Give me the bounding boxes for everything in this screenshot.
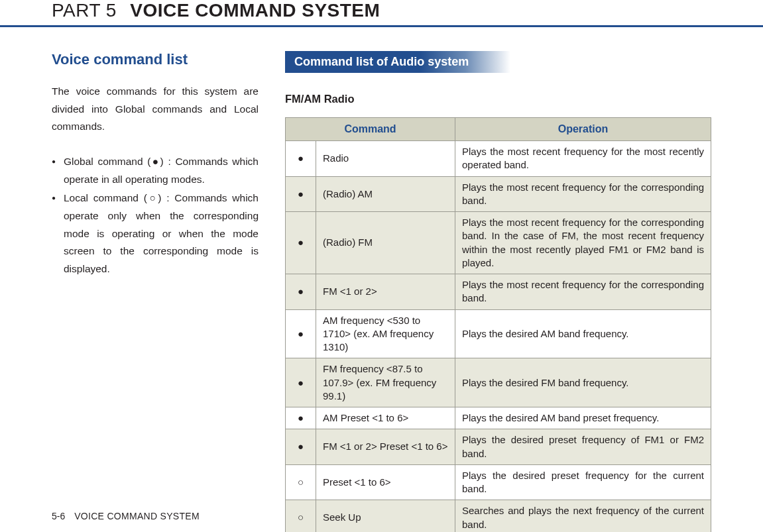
table-row: ● AM Preset <1 to 6> Plays the desired A… (286, 407, 711, 429)
operation-cell: Plays the desired preset frequency for t… (455, 464, 711, 500)
footer-section-name: VOICE COMMAND SYSTEM (74, 511, 200, 521)
table-row: ○ Preset <1 to 6> Plays the desired pres… (286, 464, 711, 500)
command-cell: (Radio) FM (316, 212, 455, 274)
table-title: FM/AM Radio (285, 93, 711, 105)
type-cell: ● (286, 176, 316, 212)
hollow-circle-icon: ○ (298, 476, 304, 488)
section-title: Voice command list (52, 51, 259, 68)
part-name: VOICE COMMAND SYSTEM (130, 0, 380, 21)
hollow-circle-icon: ○ (298, 511, 304, 523)
table-header-operation: Operation (455, 118, 711, 141)
command-cell: FM frequency <87.5 to 107.9> (ex. FM fre… (316, 358, 455, 407)
page-header: PART 5 VOICE COMMAND SYSTEM (0, 0, 763, 27)
type-cell: ● (286, 407, 316, 429)
table-row: ● (Radio) AM Plays the most recent frequ… (286, 176, 711, 212)
operation-cell: Plays the most recent frequency for the … (455, 176, 711, 212)
command-cell: Preset <1 to 6> (316, 464, 455, 500)
command-cell: AM frequency <530 to 1710> (ex. AM frequ… (316, 309, 455, 358)
page-title: PART 5 VOICE COMMAND SYSTEM (52, 0, 763, 21)
operation-cell: Plays the desired FM band frequency. (455, 358, 711, 407)
type-cell: ● (286, 309, 316, 358)
page-footer: 5-6 VOICE COMMAND SYSTEM (52, 511, 200, 521)
table-header-command: Command (286, 118, 455, 141)
filled-circle-icon: ● (298, 188, 304, 199)
filled-circle-icon: ● (298, 328, 304, 339)
type-cell: ● (286, 358, 316, 407)
command-cell: AM Preset <1 to 6> (316, 407, 455, 429)
table-row: ● FM <1 or 2> Preset <1 to 6> Plays the … (286, 429, 711, 465)
filled-circle-icon: ● (298, 441, 304, 452)
operation-cell: Plays the most recent frequency for the … (455, 274, 711, 310)
bullet-item-global: Global command (●) : Commands which oper… (52, 153, 259, 188)
intro-text: The voice commands for this system are d… (52, 83, 259, 136)
table-row: ○ Seek Up Searches and plays the next fr… (286, 500, 711, 532)
operation-cell: Plays the most recent frequency for the … (455, 141, 711, 177)
type-cell: ○ (286, 464, 316, 500)
operation-cell: Plays the desired AM band preset frequen… (455, 407, 711, 429)
content-columns: Voice command list The voice commands fo… (0, 51, 763, 532)
filled-circle-icon: ● (298, 237, 304, 248)
type-cell: ● (286, 212, 316, 274)
type-cell: ● (286, 274, 316, 310)
command-cell: FM <1 or 2> (316, 274, 455, 310)
type-cell: ● (286, 141, 316, 177)
operation-cell: Plays the most recent frequency for the … (455, 212, 711, 274)
operation-cell: Plays the desired AM band frequency. (455, 309, 711, 358)
filled-circle-icon: ● (298, 152, 304, 164)
filled-circle-icon: ● (298, 286, 304, 297)
subsection-banner: Command list of Audio system (285, 51, 510, 73)
table-row: ● FM frequency <87.5 to 107.9> (ex. FM f… (286, 358, 711, 407)
filled-circle-icon: ● (298, 377, 304, 388)
bullet-item-local: Local command (○) : Commands which opera… (52, 189, 259, 278)
filled-circle-icon: ● (298, 412, 304, 423)
operation-cell: Searches and plays the next frequency of… (455, 500, 711, 532)
bullet-list: Global command (●) : Commands which oper… (52, 153, 259, 278)
command-cell: Seek Up (316, 500, 455, 532)
table-row: ● Radio Plays the most recent frequency … (286, 141, 711, 177)
table-row: ● AM frequency <530 to 1710> (ex. AM fre… (286, 309, 711, 358)
page-number: 5-6 (52, 511, 65, 521)
part-label: PART 5 (52, 0, 117, 21)
command-cell: Radio (316, 141, 455, 177)
type-cell: ● (286, 429, 316, 465)
table-row: ● (Radio) FM Plays the most recent frequ… (286, 212, 711, 274)
command-cell: (Radio) AM (316, 176, 455, 212)
right-column: Command list of Audio system FM/AM Radio… (285, 51, 711, 532)
left-column: Voice command list The voice commands fo… (52, 51, 259, 532)
command-cell: FM <1 or 2> Preset <1 to 6> (316, 429, 455, 465)
operation-cell: Plays the desired preset frequency of FM… (455, 429, 711, 465)
type-cell: ○ (286, 500, 316, 532)
table-row: ● FM <1 or 2> Plays the most recent freq… (286, 274, 711, 310)
command-table: Command Operation ● Radio Plays the most… (285, 117, 711, 532)
